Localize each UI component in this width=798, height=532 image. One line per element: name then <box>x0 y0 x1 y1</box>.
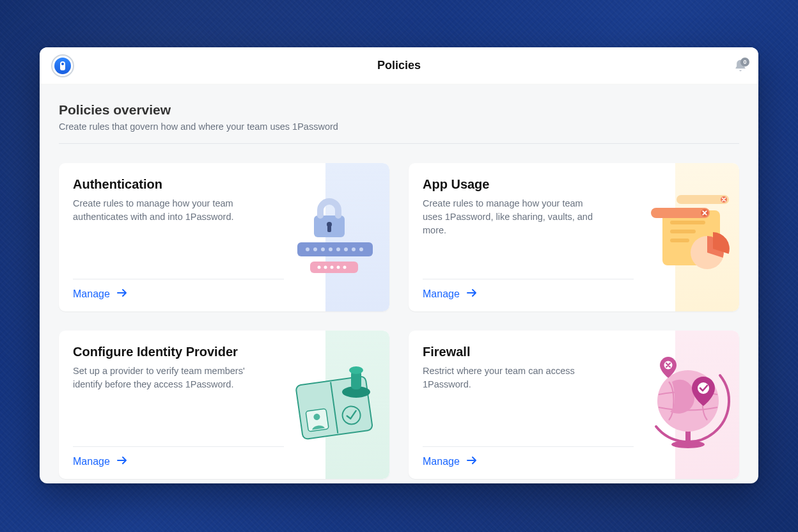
card-footer: Manage <box>423 446 634 467</box>
svg-point-5 <box>313 247 317 251</box>
titlebar: Policies 0 <box>40 47 758 84</box>
svg-point-17 <box>343 266 347 269</box>
identity-provider-illustration <box>287 356 383 452</box>
notification-badge: 0 <box>740 58 749 66</box>
overview-subheading: Create rules that govern how and where y… <box>59 121 739 132</box>
svg-rect-12 <box>310 262 358 273</box>
card-description: Set up a provider to verify team members… <box>73 364 252 391</box>
manage-app-usage-link[interactable]: Manage <box>423 288 478 300</box>
svg-point-16 <box>337 266 340 269</box>
svg-point-10 <box>352 247 356 251</box>
svg-rect-21 <box>670 221 705 224</box>
manage-label: Manage <box>73 456 110 467</box>
svg-rect-2 <box>327 226 331 232</box>
card-firewall: Firewall Restrict where your team can ac… <box>409 331 739 479</box>
policy-card-grid: Authentication Create rules to manage ho… <box>59 163 739 479</box>
svg-point-7 <box>329 247 332 251</box>
svg-point-8 <box>336 247 340 251</box>
card-footer: Manage <box>73 446 284 467</box>
svg-rect-23 <box>670 239 689 242</box>
authentication-illustration <box>287 189 383 285</box>
manage-identity-provider-link[interactable]: Manage <box>73 456 128 467</box>
svg-point-34 <box>349 366 363 374</box>
card-title: App Usage <box>423 177 725 192</box>
manage-authentication-link[interactable]: Manage <box>73 288 128 300</box>
card-title: Firewall <box>423 345 725 359</box>
divider <box>59 143 739 144</box>
card-description: Create rules to manage how your team use… <box>423 197 602 237</box>
arrow-right-icon <box>116 456 128 467</box>
svg-point-11 <box>359 247 363 251</box>
overview-header: Policies overview Create rules that gove… <box>59 102 739 132</box>
svg-rect-22 <box>670 230 696 233</box>
content-area: Policies overview Create rules that gove… <box>40 84 758 483</box>
arrow-right-icon <box>466 288 478 300</box>
svg-point-38 <box>698 382 709 394</box>
svg-point-14 <box>324 266 327 269</box>
card-app-usage: App Usage Create rules to manage how you… <box>409 163 739 311</box>
firewall-illustration <box>637 356 733 452</box>
card-title: Authentication <box>73 177 375 192</box>
manage-firewall-link[interactable]: Manage <box>423 456 478 467</box>
svg-point-6 <box>321 247 325 251</box>
manage-label: Manage <box>73 288 110 300</box>
svg-point-15 <box>331 266 334 269</box>
card-authentication: Authentication Create rules to manage ho… <box>59 163 389 311</box>
card-description: Restrict where your team can access 1Pas… <box>423 364 602 391</box>
svg-point-13 <box>318 266 321 269</box>
card-title: Configure Identity Provider <box>73 345 375 359</box>
arrow-right-icon <box>466 456 478 467</box>
app-logo[interactable] <box>51 54 74 77</box>
svg-point-9 <box>344 247 348 251</box>
app-window: Policies 0 Policies overview Create rule… <box>40 47 758 483</box>
app-logo-icon <box>54 58 71 74</box>
svg-point-4 <box>306 247 309 251</box>
app-usage-illustration <box>637 189 733 285</box>
overview-heading: Policies overview <box>59 102 739 118</box>
card-footer: Manage <box>423 279 634 300</box>
card-identity-provider: Configure Identity Provider Set up a pro… <box>59 331 389 479</box>
page-title: Policies <box>40 59 758 72</box>
card-footer: Manage <box>73 279 284 300</box>
manage-label: Manage <box>423 456 460 467</box>
arrow-right-icon <box>116 288 128 300</box>
notifications-button[interactable]: 0 <box>734 59 747 73</box>
manage-label: Manage <box>423 288 460 300</box>
card-description: Create rules to manage how your team aut… <box>73 197 252 224</box>
